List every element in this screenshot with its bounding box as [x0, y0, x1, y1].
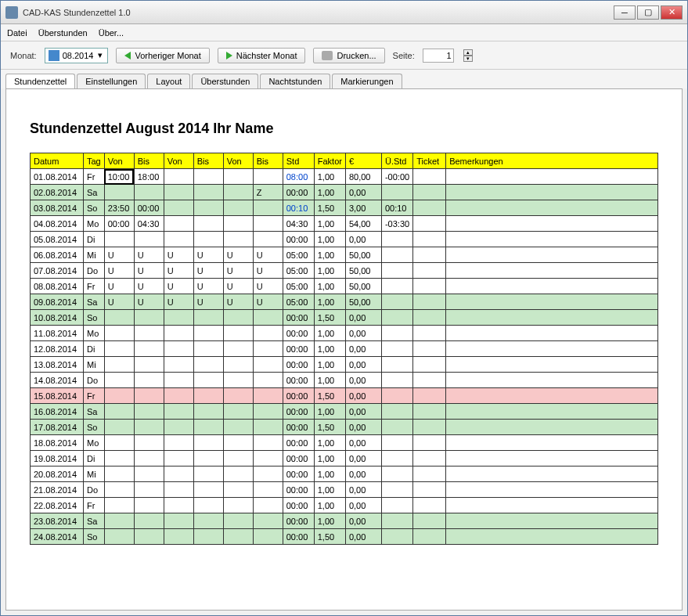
cell[interactable]: 00:00	[283, 435, 314, 451]
cell[interactable]	[164, 435, 193, 451]
cell[interactable]	[134, 341, 164, 357]
cell[interactable]: 04:30	[134, 216, 164, 232]
table-row[interactable]: 14.08.2014Do00:001,000,00	[31, 373, 658, 388]
header-cell[interactable]: Faktor	[314, 153, 345, 169]
header-cell[interactable]: Bis	[253, 153, 283, 169]
cell[interactable]: 04:30	[283, 216, 314, 232]
cell[interactable]: 23:50	[104, 200, 134, 216]
cell[interactable]	[193, 435, 223, 451]
table-row[interactable]: 11.08.2014Mo00:001,000,00	[31, 326, 658, 341]
header-cell[interactable]: Von	[223, 153, 253, 169]
cell[interactable]: 00:00	[283, 373, 314, 388]
cell[interactable]	[381, 263, 412, 279]
cell[interactable]	[134, 185, 164, 200]
cell[interactable]	[381, 388, 412, 404]
cell[interactable]: 00:00	[283, 310, 314, 326]
cell[interactable]	[446, 451, 658, 467]
cell[interactable]	[164, 373, 193, 388]
cell[interactable]	[253, 169, 283, 185]
cell[interactable]: 24.08.2014	[31, 529, 84, 545]
cell[interactable]	[413, 529, 446, 545]
cell[interactable]	[164, 498, 193, 513]
cell[interactable]: 05.08.2014	[31, 232, 84, 247]
cell[interactable]: 0,00	[345, 326, 381, 341]
cell[interactable]	[446, 513, 658, 529]
cell[interactable]: 00:00	[283, 341, 314, 357]
cell[interactable]	[446, 357, 658, 373]
cell[interactable]: 50,00	[345, 263, 381, 279]
cell[interactable]	[413, 467, 446, 482]
cell[interactable]	[413, 279, 446, 294]
table-row[interactable]: 07.08.2014DoUUUUUU05:001,0050,00	[31, 263, 658, 279]
cell[interactable]	[104, 435, 134, 451]
cell[interactable]	[164, 357, 193, 373]
cell[interactable]	[253, 341, 283, 357]
cell[interactable]: 50,00	[345, 279, 381, 294]
cell[interactable]: Fr	[84, 279, 105, 294]
cell[interactable]: 10.08.2014	[31, 310, 84, 326]
cell[interactable]: Sa	[84, 404, 105, 420]
cell[interactable]	[104, 185, 134, 200]
cell[interactable]: Sa	[84, 513, 105, 529]
header-cell[interactable]: Bemerkungen	[446, 153, 658, 169]
cell[interactable]: Do	[84, 482, 105, 498]
cell[interactable]: U	[193, 294, 223, 310]
cell[interactable]: 1,00	[314, 279, 345, 294]
cell[interactable]	[413, 341, 446, 357]
cell[interactable]	[134, 357, 164, 373]
cell[interactable]	[223, 529, 253, 545]
cell[interactable]	[253, 482, 283, 498]
table-row[interactable]: 16.08.2014Sa00:001,000,00	[31, 404, 658, 420]
cell[interactable]: 03.08.2014	[31, 200, 84, 216]
cell[interactable]	[134, 482, 164, 498]
cell[interactable]	[253, 498, 283, 513]
tab-nachtstunden[interactable]: Nachtstunden	[260, 74, 330, 88]
menu-about[interactable]: Über...	[99, 28, 124, 38]
cell[interactable]: U	[164, 247, 193, 263]
cell[interactable]	[446, 529, 658, 545]
month-picker[interactable]: 08.2014 ▾	[45, 48, 109, 63]
cell[interactable]	[164, 232, 193, 247]
cell[interactable]: 17.08.2014	[31, 420, 84, 435]
cell[interactable]: 08:00	[283, 169, 314, 185]
header-cell[interactable]: Ticket	[413, 153, 446, 169]
cell[interactable]	[104, 326, 134, 341]
cell[interactable]	[134, 529, 164, 545]
table-row[interactable]: 22.08.2014Fr00:001,000,00	[31, 498, 658, 513]
cell[interactable]: 54,00	[345, 216, 381, 232]
cell[interactable]	[104, 498, 134, 513]
cell[interactable]: 00:00	[283, 529, 314, 545]
cell[interactable]: 16.08.2014	[31, 404, 84, 420]
cell[interactable]	[164, 341, 193, 357]
cell[interactable]: 1,50	[314, 310, 345, 326]
cell[interactable]: 00:00	[283, 357, 314, 373]
cell[interactable]	[134, 513, 164, 529]
prev-month-button[interactable]: Vorheriger Monat	[116, 48, 209, 63]
cell[interactable]: 00:00	[283, 232, 314, 247]
maximize-button[interactable]: ▢	[637, 5, 659, 20]
cell[interactable]	[134, 373, 164, 388]
cell[interactable]	[253, 310, 283, 326]
cell[interactable]	[193, 232, 223, 247]
cell[interactable]	[413, 404, 446, 420]
cell[interactable]	[104, 482, 134, 498]
table-row[interactable]: 20.08.2014Mi00:001,000,00	[31, 467, 658, 482]
cell[interactable]: Mi	[84, 357, 105, 373]
cell[interactable]	[381, 404, 412, 420]
cell[interactable]	[223, 482, 253, 498]
cell[interactable]	[104, 232, 134, 247]
cell[interactable]	[134, 435, 164, 451]
cell[interactable]	[381, 294, 412, 310]
table-row[interactable]: 23.08.2014Sa00:001,000,00	[31, 513, 658, 529]
cell[interactable]: 1,50	[314, 388, 345, 404]
cell[interactable]	[446, 326, 658, 341]
cell[interactable]	[223, 373, 253, 388]
tab-markierungen[interactable]: Markierungen	[332, 74, 402, 88]
cell[interactable]: 0,00	[345, 513, 381, 529]
cell[interactable]	[446, 232, 658, 247]
cell[interactable]	[164, 216, 193, 232]
cell[interactable]	[413, 232, 446, 247]
cell[interactable]	[413, 482, 446, 498]
cell[interactable]: Fr	[84, 169, 105, 185]
cell[interactable]	[413, 435, 446, 451]
